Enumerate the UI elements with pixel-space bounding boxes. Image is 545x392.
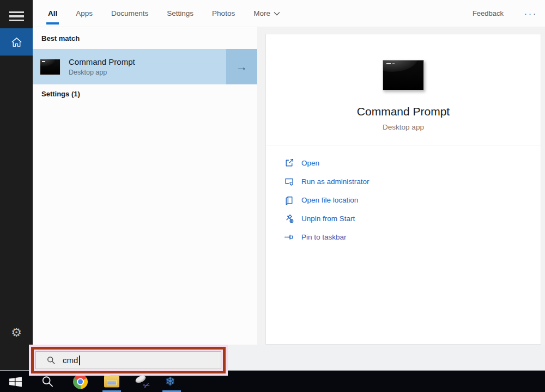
detail-title: Command Prompt [266, 105, 541, 118]
chrome-inner-ring [77, 378, 84, 385]
tab-documents[interactable]: Documents [111, 0, 148, 27]
tabbar-spacer [299, 0, 473, 27]
home-icon [10, 36, 23, 48]
chrome-core [78, 379, 83, 384]
tab-all[interactable]: All [48, 0, 57, 27]
tab-apps[interactable]: Apps [76, 0, 93, 27]
annotation-highlight-box: cmd [31, 347, 226, 373]
run-as-admin-icon [284, 176, 294, 187]
windows-start-icon [9, 375, 22, 388]
action-pin-to-taskbar[interactable]: Pin to taskbar [284, 228, 370, 246]
detail-subtitle: Desktop app [266, 123, 541, 131]
context-actions-list: Open Run as administrator Open file loca… [284, 154, 370, 246]
pin-to-taskbar-icon [284, 232, 294, 242]
taskbar: ✂ ❄ [0, 370, 545, 392]
action-run-as-administrator[interactable]: Run as administrator [284, 172, 370, 191]
home-button[interactable] [0, 28, 33, 56]
search-flyout: All Apps Documents Settings Photos More … [33, 0, 545, 370]
tab-photos[interactable]: Photos [212, 0, 235, 27]
search-query-text: cmd [63, 356, 78, 365]
start-menu-rail: ⚙ [0, 0, 33, 370]
action-open-file-location[interactable]: Open file location [284, 191, 370, 209]
tab-settings[interactable]: Settings [167, 0, 193, 27]
taskbar-search-button[interactable] [41, 375, 54, 388]
ellipsis-icon: ··· [524, 9, 537, 18]
action-unpin-from-start[interactable]: Unpin from Start [284, 209, 370, 228]
search-icon [47, 356, 56, 365]
open-icon [284, 158, 294, 168]
result-title: Command Prompt [69, 57, 135, 66]
search-filter-tabbar: All Apps Documents Settings Photos More … [33, 0, 545, 27]
expand-result-arrow-button[interactable]: → [226, 49, 257, 84]
text-caret [79, 356, 80, 365]
unpin-from-start-icon [284, 213, 294, 224]
snipping-tool-icon[interactable]: ✂ [135, 375, 149, 389]
settings-button[interactable]: ⚙ [0, 323, 33, 342]
file-explorer-icon[interactable] [104, 376, 119, 387]
open-file-location-icon [284, 195, 294, 205]
result-subtitle: Desktop app [69, 69, 135, 76]
settings-gear-icon: ⚙ [11, 327, 22, 339]
result-detail-card: Command Prompt Desktop app Open [265, 34, 541, 345]
search-icon [41, 375, 54, 388]
best-match-result-command-prompt[interactable]: Command Prompt Desktop app → [33, 49, 257, 84]
action-open[interactable]: Open [284, 154, 370, 172]
settings-section-header: Settings (1) [41, 90, 80, 98]
scissors-icon: ✂ [142, 379, 152, 391]
hamburger-menu-icon [9, 11, 24, 21]
search-results-panel: Best match Command Prompt Desktop app → … [33, 27, 257, 345]
command-prompt-icon [383, 60, 424, 90]
best-match-header: Best match [41, 34, 80, 42]
result-text: Command Prompt Desktop app [69, 57, 135, 76]
more-options-button[interactable]: ··· [524, 0, 537, 27]
folder-front [107, 380, 117, 385]
command-prompt-icon [40, 59, 60, 75]
snowflake-icon: ❄ [165, 376, 175, 388]
snowflake-app-icon[interactable]: ❄ [165, 376, 175, 388]
feedback-button[interactable]: Feedback [473, 0, 504, 27]
chrome-icon[interactable] [73, 374, 88, 389]
tab-more[interactable]: More [253, 0, 280, 27]
detail-divider [266, 145, 541, 145]
taskbar-search-input[interactable]: cmd [35, 351, 221, 369]
start-button[interactable] [9, 375, 22, 388]
expand-menu-button[interactable] [0, 7, 33, 26]
chevron-down-icon [274, 11, 280, 16]
windows-search-screen: ⚙ All Apps Documents Settings Photos Mor… [0, 0, 545, 392]
arrow-right-icon: → [236, 60, 247, 74]
